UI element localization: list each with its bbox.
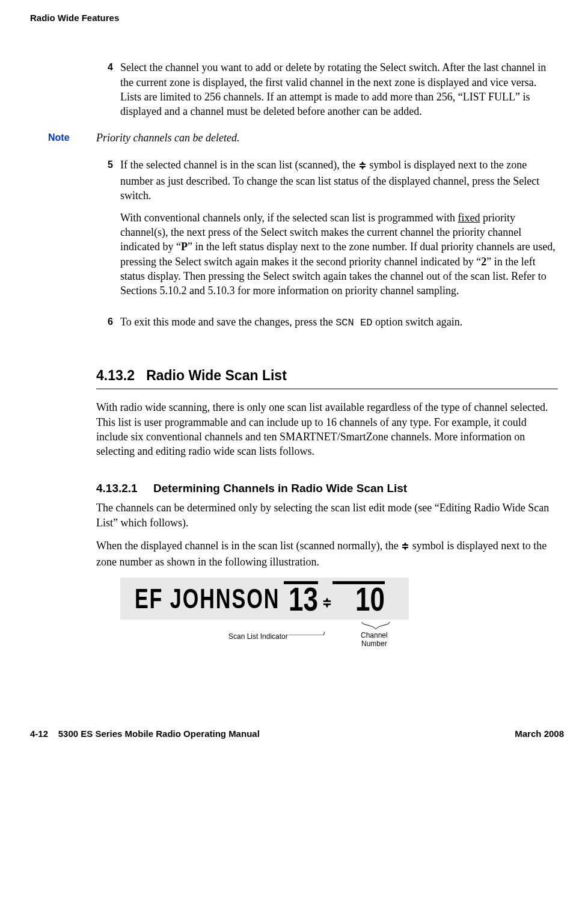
- step-4: 4 Select the channel you want to add or …: [96, 60, 558, 119]
- step-body: To exit this mode and save the changes, …: [120, 315, 558, 330]
- lcd-text: EF JOHNSON: [124, 580, 280, 618]
- scan-icon: [358, 159, 367, 174]
- text: Channel: [361, 631, 388, 639]
- step-5: 5 If the selected channel is in the scan…: [96, 158, 558, 307]
- paragraph: When the displayed channel is in the sca…: [96, 538, 558, 570]
- heading-title: Radio Wide Scan List: [146, 368, 287, 383]
- bold-text: 2: [481, 256, 486, 268]
- text: If the selected channel is in the scan l…: [120, 159, 358, 171]
- brace-icon: [361, 621, 391, 630]
- running-header: Radio Wide Features: [30, 12, 558, 24]
- callout-arrow-icon: [289, 620, 325, 635]
- step-number: 4: [96, 60, 120, 119]
- callouts: Scan List Indicator Channel Number: [120, 620, 409, 656]
- callout-scan-label: Scan List Indicator: [228, 632, 288, 641]
- step-body: Select the channel you want to add or de…: [120, 60, 558, 119]
- step-number: 5: [96, 158, 120, 307]
- underlined-text: fixed: [458, 212, 480, 224]
- heading-3: 4.13.2.1 Determining Channels in Radio W…: [96, 481, 558, 496]
- page-number: 4-12: [30, 729, 48, 739]
- step-6: 6 To exit this mode and save the changes…: [96, 315, 558, 330]
- text: With conventional channels only, if the …: [120, 212, 458, 224]
- note-body: Priority channels can be deleted.: [96, 131, 558, 145]
- callout-channel-label: Channel Number: [361, 632, 388, 647]
- paragraph: With radio wide scanning, there is only …: [96, 400, 558, 458]
- heading-rule: [96, 389, 558, 389]
- lcd-illustration: EF JOHNSON 13 10 Scan List Indicator: [120, 578, 558, 656]
- main-content: 4 Select the channel you want to add or …: [96, 60, 558, 740]
- heading-number: 4.13.2.1: [96, 482, 138, 494]
- manual-title: 5300 ES Series Mobile Radio Operating Ma…: [58, 729, 260, 739]
- step-number: 6: [96, 315, 120, 330]
- text: option switch again.: [372, 316, 462, 328]
- scan-icon: [318, 585, 332, 612]
- heading-number: 4.13.2: [96, 368, 135, 383]
- footer-left: 4-12 5300 ES Series Mobile Radio Operati…: [30, 728, 260, 740]
- paragraph: With conventional channels only, if the …: [120, 211, 558, 298]
- step-body: If the selected channel is in the scan l…: [120, 158, 558, 307]
- heading-2: 4.13.2 Radio Wide Scan List: [96, 366, 558, 385]
- scan-icon: [401, 540, 409, 555]
- code-text: SCN ED: [335, 317, 372, 328]
- footer-right: March 2008: [515, 728, 564, 740]
- page-footer: 4-12 5300 ES Series Mobile Radio Operati…: [30, 728, 564, 740]
- text: When the displayed channel is in the sca…: [96, 540, 401, 552]
- note: Note Priority channels can be deleted.: [48, 131, 558, 145]
- text: Number: [361, 639, 387, 648]
- note-label: Note: [48, 131, 96, 145]
- bold-text: P: [181, 241, 188, 253]
- lcd-zone-number: 13: [284, 576, 318, 621]
- heading-title: Determining Channels in Radio Wide Scan …: [153, 482, 407, 494]
- paragraph: The channels can be determined only by s…: [96, 501, 558, 530]
- lcd-screen: EF JOHNSON 13 10: [120, 578, 409, 620]
- text: To exit this mode and save the changes, …: [120, 316, 335, 328]
- lcd-channel-number: 10: [332, 576, 385, 621]
